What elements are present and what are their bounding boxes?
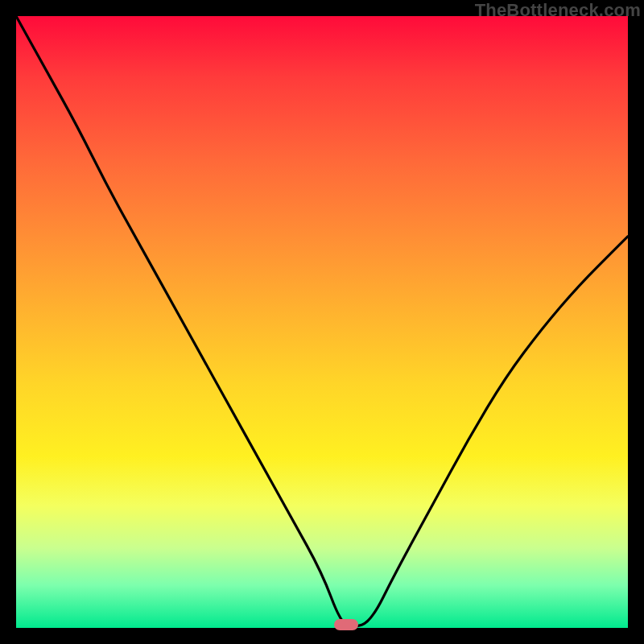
- chart-frame: TheBottleneck.com: [0, 0, 644, 644]
- curve-path: [16, 16, 628, 626]
- plot-area: [16, 16, 628, 628]
- watermark-text: TheBottleneck.com: [475, 0, 641, 21]
- optimal-marker: [334, 619, 358, 630]
- bottleneck-curve: [16, 16, 628, 628]
